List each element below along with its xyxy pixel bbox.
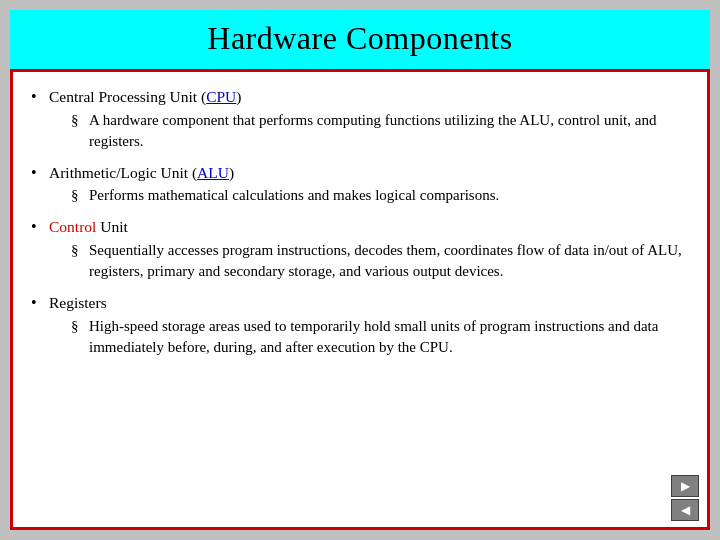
cpu-sub-text: A hardware component that performs compu… — [89, 110, 689, 152]
bullet-dot-4: • — [31, 292, 49, 314]
slide-body: • Central Processing Unit (CPU) § A hard… — [10, 69, 710, 530]
bullet-content-3: Control Unit § Sequentially accesses pro… — [49, 216, 689, 286]
main-list: • Central Processing Unit (CPU) § A hard… — [31, 86, 689, 362]
registers-label: Registers — [49, 294, 107, 311]
nav-forward-button[interactable]: ▶ — [671, 475, 699, 497]
cu-sub-item: § Sequentially accesses program instruct… — [71, 240, 689, 282]
alu-acronym: ALU — [197, 164, 229, 181]
slide: Hardware Components • Central Processing… — [10, 10, 710, 530]
alu-sub-list: § Performs mathematical calculations and… — [71, 185, 499, 206]
nav-back-button[interactable]: ◀ — [671, 499, 699, 521]
bullet-content-1: Central Processing Unit (CPU) § A hardwa… — [49, 86, 689, 156]
cpu-sub-item: § A hardware component that performs com… — [71, 110, 689, 152]
cu-sub-text: Sequentially accesses program instructio… — [89, 240, 689, 282]
bullet-content-2: Arithmetic/Logic Unit (ALU) § Performs m… — [49, 162, 499, 211]
alu-label: Arithmetic/Logic Unit (ALU) — [49, 164, 234, 181]
list-item-alu: • Arithmetic/Logic Unit (ALU) § Performs… — [31, 162, 689, 211]
sub-bullet-2: § — [71, 185, 89, 206]
cu-sub-list: § Sequentially accesses program instruct… — [71, 240, 689, 282]
cpu-label: Central Processing Unit (CPU) — [49, 88, 241, 105]
slide-header: Hardware Components — [10, 10, 710, 69]
bullet-dot-3: • — [31, 216, 49, 238]
cpu-acronym: CPU — [206, 88, 236, 105]
alu-sub-text: Performs mathematical calculations and m… — [89, 185, 499, 206]
list-item-cpu: • Central Processing Unit (CPU) § A hard… — [31, 86, 689, 156]
alu-sub-item: § Performs mathematical calculations and… — [71, 185, 499, 206]
cu-highlight: Control — [49, 218, 96, 235]
slide-title: Hardware Components — [207, 20, 512, 56]
sub-bullet-3: § — [71, 240, 89, 261]
bullet-dot-2: • — [31, 162, 49, 184]
list-item-cu: • Control Unit § Sequentially accesses p… — [31, 216, 689, 286]
list-item-registers: • Registers § High-speed storage areas u… — [31, 292, 689, 362]
registers-sub-list: § High-speed storage areas used to tempo… — [71, 316, 689, 358]
cpu-sub-list: § A hardware component that performs com… — [71, 110, 689, 152]
cu-label: Control Unit — [49, 218, 128, 235]
back-icon: ◀ — [681, 503, 690, 518]
bullet-dot-1: • — [31, 86, 49, 108]
bullet-content-4: Registers § High-speed storage areas use… — [49, 292, 689, 362]
forward-icon: ▶ — [681, 479, 690, 494]
sub-bullet-1: § — [71, 110, 89, 131]
sub-bullet-4: § — [71, 316, 89, 337]
registers-sub-text: High-speed storage areas used to tempora… — [89, 316, 689, 358]
nav-buttons: ▶ ◀ — [671, 475, 699, 521]
registers-sub-item: § High-speed storage areas used to tempo… — [71, 316, 689, 358]
